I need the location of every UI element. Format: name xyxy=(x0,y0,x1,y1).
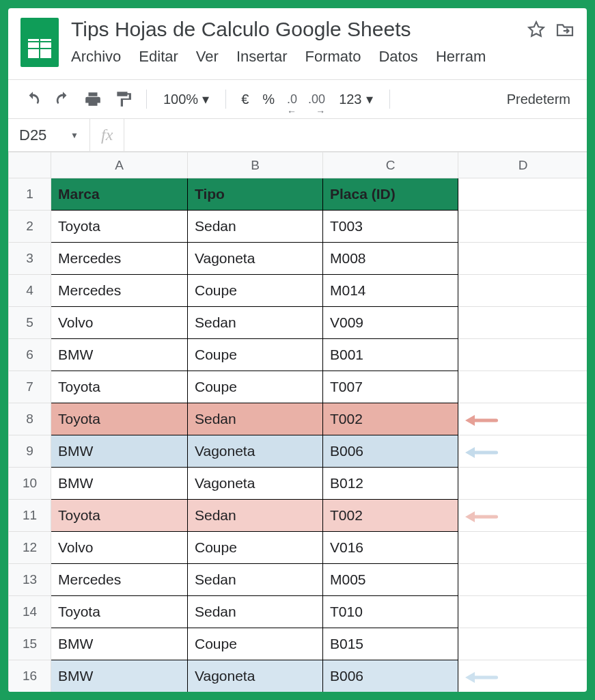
menu-archivo[interactable]: Archivo xyxy=(71,48,121,66)
cell[interactable] xyxy=(458,243,587,275)
cell[interactable] xyxy=(458,660,587,692)
cell[interactable] xyxy=(458,500,587,532)
table-header-tipo[interactable]: Tipo xyxy=(188,178,323,211)
cell[interactable]: Coupe xyxy=(188,628,323,660)
cell[interactable]: T010 xyxy=(323,596,458,628)
column-header-C[interactable]: C xyxy=(323,152,458,178)
cell[interactable]: Coupe xyxy=(188,339,323,371)
row-header[interactable]: 6 xyxy=(9,339,51,371)
cell[interactable] xyxy=(458,435,587,468)
cell[interactable]: Coupe xyxy=(188,532,323,564)
cell[interactable]: BMW xyxy=(51,660,188,692)
row-header[interactable]: 10 xyxy=(9,468,51,500)
cell[interactable] xyxy=(458,628,587,660)
cell[interactable] xyxy=(458,307,587,339)
cell[interactable] xyxy=(458,339,587,371)
row-header[interactable]: 4 xyxy=(9,275,51,307)
spreadsheet-grid[interactable]: A B C D 1 Marca Tipo Placa (ID) 2ToyotaS… xyxy=(8,152,587,692)
row-header[interactable]: 13 xyxy=(9,564,51,596)
cell[interactable]: M008 xyxy=(323,243,458,275)
menu-insertar[interactable]: Insertar xyxy=(236,48,288,66)
column-header-A[interactable]: A xyxy=(51,152,188,178)
cell[interactable]: V009 xyxy=(323,307,458,339)
document-title[interactable]: Tips Hojas de Calculo Google Sheets xyxy=(71,18,411,41)
cell[interactable]: Mercedes xyxy=(51,564,188,596)
cell[interactable]: Volvo xyxy=(51,532,188,564)
cell[interactable]: B006 xyxy=(323,660,458,692)
font-select[interactable]: Predeterm xyxy=(503,92,575,107)
cell[interactable] xyxy=(458,468,587,500)
row-header[interactable]: 15 xyxy=(9,628,51,660)
cell[interactable]: Coupe xyxy=(188,371,323,403)
cell[interactable]: Sedan xyxy=(188,403,323,435)
select-all-corner[interactable] xyxy=(9,152,51,178)
number-format-select[interactable]: 123 ▾ xyxy=(333,91,378,107)
cell[interactable]: Toyota xyxy=(51,403,188,435)
cell[interactable]: M005 xyxy=(323,564,458,596)
paint-format-icon[interactable] xyxy=(111,87,135,111)
cell[interactable]: B015 xyxy=(323,628,458,660)
cell[interactable]: Vagoneta xyxy=(188,468,323,500)
cell[interactable] xyxy=(458,564,587,596)
cell[interactable]: Toyota xyxy=(51,500,188,532)
table-header-marca[interactable]: Marca xyxy=(51,178,188,211)
menu-ver[interactable]: Ver xyxy=(196,48,219,66)
decrease-decimal-button[interactable]: .0← xyxy=(284,87,300,111)
cell[interactable] xyxy=(458,371,587,403)
cell[interactable] xyxy=(458,532,587,564)
menu-formato[interactable]: Formato xyxy=(305,48,361,66)
formula-input[interactable] xyxy=(124,119,587,151)
cell[interactable]: Toyota xyxy=(51,211,188,243)
cell[interactable]: Vagoneta xyxy=(188,660,323,692)
cell[interactable] xyxy=(458,275,587,307)
cell[interactable]: T002 xyxy=(323,500,458,532)
cell[interactable]: B001 xyxy=(323,339,458,371)
cell[interactable]: BMW xyxy=(51,468,188,500)
row-header[interactable]: 8 xyxy=(9,403,51,435)
cell[interactable]: BMW xyxy=(51,435,188,468)
row-header[interactable]: 3 xyxy=(9,243,51,275)
zoom-select[interactable]: 100% ▾ xyxy=(158,91,215,107)
row-header[interactable]: 1 xyxy=(9,178,51,211)
cell[interactable]: Vagoneta xyxy=(188,243,323,275)
name-box[interactable]: D25 ▼ xyxy=(8,119,90,151)
cell[interactable]: Toyota xyxy=(51,596,188,628)
print-icon[interactable] xyxy=(81,87,105,111)
table-header-placa[interactable]: Placa (ID) xyxy=(323,178,458,211)
column-header-D[interactable]: D xyxy=(458,152,587,178)
row-header[interactable]: 14 xyxy=(9,596,51,628)
cell[interactable]: B006 xyxy=(323,435,458,468)
cell[interactable] xyxy=(458,211,587,243)
cell[interactable]: Toyota xyxy=(51,371,188,403)
cell[interactable] xyxy=(458,178,587,211)
cell[interactable]: Coupe xyxy=(188,275,323,307)
format-currency-button[interactable]: € xyxy=(237,92,253,107)
cell[interactable]: Sedan xyxy=(188,500,323,532)
cell[interactable]: T007 xyxy=(323,371,458,403)
row-header[interactable]: 11 xyxy=(9,500,51,532)
row-header[interactable]: 16 xyxy=(9,660,51,692)
format-percent-button[interactable]: % xyxy=(258,92,279,107)
cell[interactable]: Volvo xyxy=(51,307,188,339)
cell[interactable]: V016 xyxy=(323,532,458,564)
row-header[interactable]: 12 xyxy=(9,532,51,564)
cell[interactable]: Mercedes xyxy=(51,275,188,307)
cell[interactable]: BMW xyxy=(51,339,188,371)
cell[interactable]: B012 xyxy=(323,468,458,500)
move-to-folder-icon[interactable] xyxy=(555,20,575,39)
row-header[interactable]: 7 xyxy=(9,371,51,403)
redo-icon[interactable] xyxy=(51,87,75,111)
cell[interactable]: Sedan xyxy=(188,564,323,596)
cell[interactable] xyxy=(458,403,587,435)
cell[interactable] xyxy=(458,596,587,628)
cell[interactable]: Vagoneta xyxy=(188,435,323,468)
sheets-logo-icon[interactable] xyxy=(20,18,59,67)
increase-decimal-button[interactable]: .00→ xyxy=(305,87,328,111)
cell[interactable]: T002 xyxy=(323,403,458,435)
cell[interactable]: BMW xyxy=(51,628,188,660)
cell[interactable]: M014 xyxy=(323,275,458,307)
cell[interactable]: T003 xyxy=(323,211,458,243)
star-icon[interactable] xyxy=(527,20,546,39)
row-header[interactable]: 5 xyxy=(9,307,51,339)
cell[interactable]: Sedan xyxy=(188,211,323,243)
